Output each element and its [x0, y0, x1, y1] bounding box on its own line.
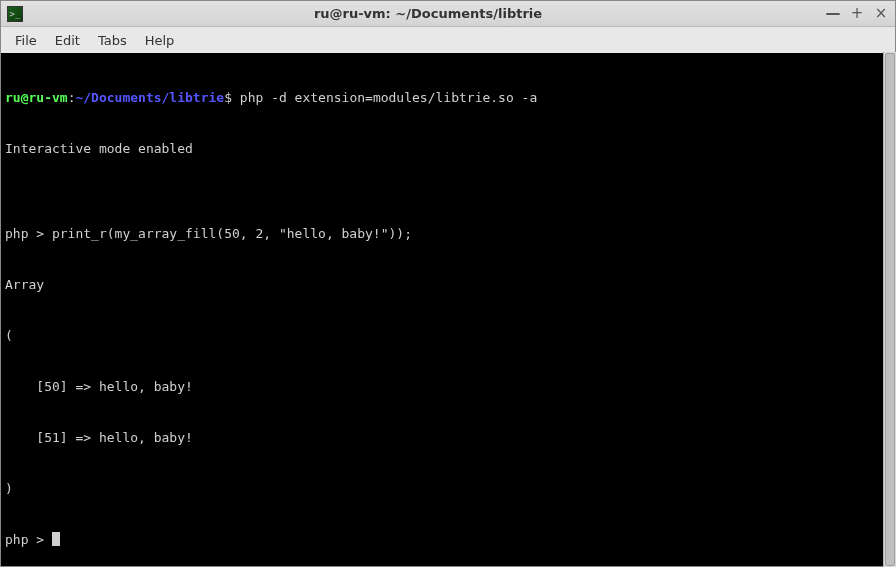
window-title: ru@ru-vm: ~/Documents/libtrie — [31, 6, 825, 21]
terminal-output: Interactive mode enabled — [5, 140, 891, 157]
minimize-icon[interactable]: — — [825, 6, 841, 21]
menu-file[interactable]: File — [7, 30, 45, 51]
scrollbar[interactable] — [883, 52, 896, 567]
menu-edit[interactable]: Edit — [47, 30, 88, 51]
terminal-window: >_ ru@ru-vm: ~/Documents/libtrie — + × F… — [0, 0, 896, 567]
maximize-icon[interactable]: + — [849, 6, 865, 21]
command-text: php -d extension=modules/libtrie.so -a — [240, 90, 537, 105]
terminal-line: ru@ru-vm:~/Documents/libtrie$ php -d ext… — [5, 89, 891, 106]
terminal-output: php > print_r(my_array_fill(50, 2, "hell… — [5, 225, 891, 242]
menubar: File Edit Tabs Help — [1, 27, 895, 53]
titlebar[interactable]: >_ ru@ru-vm: ~/Documents/libtrie — + × — [1, 1, 895, 27]
window-controls: — + × — [825, 6, 889, 21]
terminal-output: ) — [5, 480, 891, 497]
terminal-output: [51] => hello, baby! — [5, 429, 891, 446]
menu-help[interactable]: Help — [137, 30, 183, 51]
terminal-output: Array — [5, 276, 891, 293]
prompt-path: ~/Documents/libtrie — [75, 90, 224, 105]
close-icon[interactable]: × — [873, 6, 889, 21]
terminal-prompt-line: php > — [5, 531, 891, 548]
prompt-user: ru@ru-vm — [5, 90, 68, 105]
terminal-body[interactable]: ru@ru-vm:~/Documents/libtrie$ php -d ext… — [1, 53, 895, 566]
php-prompt: php > — [5, 532, 52, 547]
terminal-output: ( — [5, 327, 891, 344]
scrollbar-thumb[interactable] — [885, 53, 895, 566]
terminal-output: [50] => hello, baby! — [5, 378, 891, 395]
app-icon: >_ — [7, 6, 23, 22]
menu-tabs[interactable]: Tabs — [90, 30, 135, 51]
prompt-symbol: $ — [224, 90, 232, 105]
cursor-icon — [52, 532, 60, 546]
